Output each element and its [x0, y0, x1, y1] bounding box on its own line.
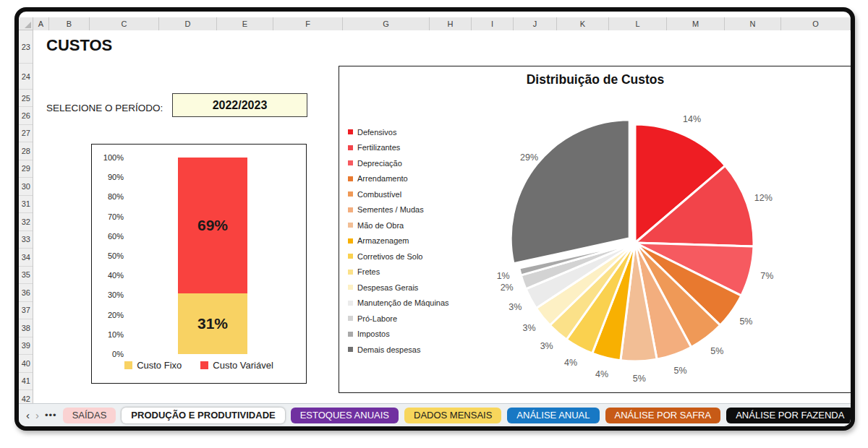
- pie-chart: 14%12%7%5%5%5%5%4%4%3%3%3%2%1%29%: [339, 66, 853, 394]
- row-header-37[interactable]: 37: [19, 302, 33, 320]
- cost-distribution-chart: Distribuição de Custos DefensivosFertili…: [339, 66, 852, 393]
- row-header-33[interactable]: 33: [19, 231, 33, 249]
- column-header-b[interactable]: B: [49, 17, 90, 30]
- column-header-j[interactable]: J: [514, 17, 557, 30]
- sheet-tab-an-lise-por-fazenda[interactable]: ANÁLISE POR FAZENDA: [726, 408, 854, 423]
- period-label: SELECIONE O PERÍODO:: [46, 103, 163, 113]
- column-header-d[interactable]: D: [159, 17, 217, 30]
- bar-axis-tick: 10%: [92, 330, 124, 339]
- spreadsheet-window: ABCDEFGHIJKLMNO 232425262728293031323334…: [14, 7, 855, 431]
- pie-slice-percent-label: 3%: [540, 341, 553, 351]
- tab-nav-back-icon[interactable]: ‹: [26, 408, 30, 423]
- cost-composition-chart: Custo FixoCusto Variável 0%10%20%30%40%5…: [91, 144, 307, 384]
- pie-slice-percent-label: 5%: [739, 316, 752, 327]
- column-header-i[interactable]: I: [472, 17, 514, 30]
- row-header-26[interactable]: 26: [19, 107, 33, 125]
- bar-axis-tick: 30%: [92, 290, 124, 299]
- column-header-h[interactable]: H: [430, 17, 472, 30]
- row-header-25[interactable]: 25: [19, 90, 33, 107]
- row-header-41[interactable]: 41: [19, 373, 33, 391]
- bar-axis-tick: 40%: [92, 271, 124, 280]
- row-header-39[interactable]: 39: [19, 337, 33, 356]
- sheet-tab-bar: ‹ › ••• SAÍDASPRODUÇÃO E PRODUTIVIDADEES…: [19, 403, 851, 426]
- select-all-triangle-icon: [25, 22, 31, 28]
- pie-slice-percent-label: 3%: [522, 323, 535, 333]
- row-header-40[interactable]: 40: [19, 355, 33, 373]
- row-header-29[interactable]: 29: [19, 160, 33, 178]
- bar-segment-custo-variavel: 69%: [178, 158, 247, 293]
- sheet-tab-sa-das[interactable]: SAÍDAS: [63, 408, 116, 423]
- tab-nav-more-icon[interactable]: •••: [45, 410, 57, 421]
- row-header-32[interactable]: 32: [19, 213, 33, 231]
- column-header-n[interactable]: N: [725, 17, 781, 30]
- legend-item-custo-fixo: Custo Fixo: [124, 360, 182, 371]
- row-header-27[interactable]: 27: [19, 125, 33, 143]
- pie-slice-percent-label: 1%: [497, 271, 510, 281]
- legend-label: Custo Variável: [213, 360, 273, 371]
- bar-axis-tick: 70%: [92, 212, 124, 221]
- sheet-tab-estoques-anuais[interactable]: ESTOQUES ANUAIS: [291, 408, 399, 423]
- column-header-m[interactable]: M: [667, 17, 725, 30]
- sheet-tab-dados-mensais[interactable]: DADOS MENSAIS: [404, 408, 501, 423]
- pie-slice-percent-label: 14%: [683, 114, 701, 124]
- page-title: CUSTOS: [46, 36, 112, 55]
- bar-axis-tick: 50%: [92, 251, 124, 260]
- bar-axis-tick: 100%: [92, 153, 124, 162]
- sheet-tab-produ-o-e-produtividade[interactable]: PRODUÇÃO E PRODUTIVIDADE: [122, 408, 284, 423]
- pie-slice-demais-despesas: [511, 120, 629, 264]
- tab-nav-forward-icon[interactable]: ›: [35, 408, 39, 423]
- bar-segment-custo-fixo: 31%: [178, 293, 247, 354]
- pie-slice-percent-label: 3%: [509, 302, 522, 312]
- row-header-34[interactable]: 34: [19, 249, 33, 267]
- column-headers: ABCDEFGHIJKLMNO: [33, 17, 851, 31]
- pie-slice-percent-label: 4%: [564, 358, 577, 368]
- pie-slice-percent-label: 5%: [673, 366, 686, 376]
- legend-item-custo-vari-vel: Custo Variável: [200, 360, 273, 371]
- bar-axis-tick: 80%: [92, 192, 124, 201]
- column-header-c[interactable]: C: [90, 17, 159, 30]
- row-header-24[interactable]: 24: [19, 64, 33, 90]
- sheet-tab-an-lise-por-safra[interactable]: ANÁLISE POR SAFRA: [605, 408, 721, 423]
- sheet-area: CUSTOS SELECIONE O PERÍODO: 2022/2023 Cu…: [33, 30, 851, 403]
- row-header-36[interactable]: 36: [19, 284, 33, 302]
- bar-segment-label: 69%: [197, 217, 228, 234]
- sheet-tabs: SAÍDASPRODUÇÃO E PRODUTIVIDADEESTOQUES A…: [63, 408, 854, 423]
- bar-axis-tick: 0%: [92, 350, 124, 358]
- pie-slice-percent-label: 7%: [760, 271, 773, 281]
- column-header-a[interactable]: A: [33, 17, 49, 30]
- bar-axis-tick: 60%: [92, 232, 124, 241]
- period-selector[interactable]: 2022/2023: [172, 93, 307, 117]
- sheet-tab-an-lise-anual[interactable]: ANÁLISE ANUAL: [507, 408, 599, 423]
- legend-label: Custo Fixo: [137, 360, 182, 371]
- select-all-corner[interactable]: [19, 17, 33, 30]
- row-header-23[interactable]: 23: [19, 30, 33, 64]
- pie-slice-percent-label: 2%: [501, 283, 514, 293]
- pie-slice-percent-label: 29%: [520, 152, 538, 163]
- bar-segment-label: 31%: [197, 315, 228, 332]
- bar-axis-tick: 90%: [92, 173, 124, 181]
- legend-swatch-icon: [124, 361, 132, 369]
- column-header-o[interactable]: O: [781, 17, 851, 30]
- column-header-f[interactable]: F: [273, 17, 343, 30]
- row-headers: 2324252627282930313233343536373839404142: [19, 30, 33, 403]
- column-header-e[interactable]: E: [217, 17, 273, 30]
- row-header-38[interactable]: 38: [19, 319, 33, 337]
- bar-chart-legend: Custo FixoCusto Variável: [92, 360, 306, 371]
- row-header-28[interactable]: 28: [19, 142, 33, 160]
- legend-swatch-icon: [200, 361, 208, 369]
- pie-slice-percent-label: 12%: [754, 193, 773, 203]
- period-value: 2022/2023: [213, 99, 268, 112]
- pie-slice-percent-label: 5%: [633, 374, 646, 384]
- row-header-30[interactable]: 30: [19, 178, 33, 196]
- column-header-k[interactable]: K: [557, 17, 609, 30]
- column-header-l[interactable]: L: [609, 17, 667, 30]
- row-header-35[interactable]: 35: [19, 267, 33, 285]
- row-header-31[interactable]: 31: [19, 196, 33, 214]
- pie-slice-percent-label: 5%: [710, 346, 723, 356]
- bar-axis-tick: 20%: [92, 311, 124, 319]
- column-header-g[interactable]: G: [343, 17, 430, 30]
- pie-slice-percent-label: 4%: [595, 369, 608, 379]
